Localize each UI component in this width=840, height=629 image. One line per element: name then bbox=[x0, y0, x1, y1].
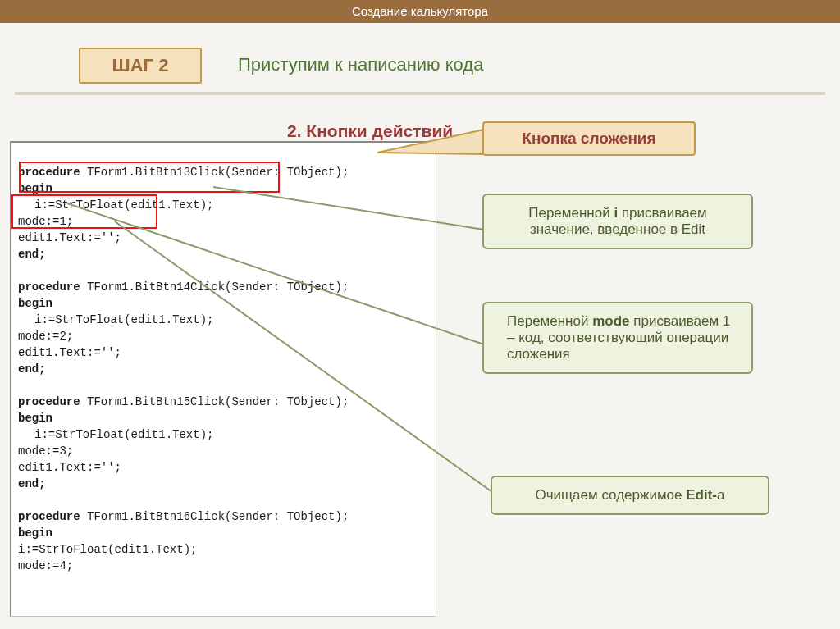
callout-title-text: Кнопка сложения bbox=[522, 130, 655, 147]
callout-mode-var: Переменной mode присваиваем 1 – код, соо… bbox=[482, 302, 753, 374]
code-line: edit1.Text:=''; bbox=[18, 346, 121, 359]
kw-begin: begin bbox=[18, 297, 52, 310]
callout-text: Очищаем содержимое bbox=[536, 487, 687, 503]
code-pane: procedure TForm1.BitBtn13Click(Sender: T… bbox=[10, 141, 436, 617]
kw-procedure: procedure bbox=[18, 395, 80, 408]
code-line: i:=StrToFloat(edit1.Text); bbox=[18, 197, 213, 213]
callout-i-var: Переменной i присваиваем значение, введе… bbox=[482, 194, 753, 249]
code-text: TForm1.BitBtn16Click(Sender: TObject); bbox=[80, 510, 349, 523]
callout-edit-clear: Очищаем содержимое Edit-а bbox=[491, 476, 769, 515]
code-line: edit1.Text:=''; bbox=[18, 231, 121, 244]
kw-end: end; bbox=[18, 477, 46, 490]
kw-procedure: procedure bbox=[18, 166, 80, 179]
code-text: TForm1.BitBtn14Click(Sender: TObject); bbox=[80, 280, 349, 294]
callout-text: а bbox=[717, 487, 724, 503]
title-bar: Создание калькулятора bbox=[0, 0, 840, 23]
kw-begin: begin bbox=[18, 182, 52, 195]
step-badge: ШАГ 2 bbox=[79, 48, 202, 84]
header-rule bbox=[15, 92, 825, 95]
callout-text: Переменной bbox=[507, 313, 592, 329]
code-line: mode:=4; bbox=[18, 559, 73, 572]
kw-end: end; bbox=[18, 248, 46, 261]
header-text: Приступим к написанию кода bbox=[238, 54, 483, 75]
header-row: ШАГ 2 Приступим к написанию кода bbox=[0, 48, 840, 85]
code-line: i:=StrToFloat(edit1.Text); bbox=[18, 543, 197, 556]
callout-text: Переменной bbox=[528, 205, 614, 221]
section-title: 2. Кнопки действий bbox=[287, 121, 453, 141]
code-line: mode:=2; bbox=[18, 330, 73, 343]
code-text: TForm1.BitBtn15Click(Sender: TObject); bbox=[80, 395, 349, 408]
code-line: i:=StrToFloat(edit1.Text); bbox=[18, 426, 213, 443]
code-line: mode:=3; bbox=[18, 444, 73, 458]
kw-procedure: procedure bbox=[18, 280, 80, 294]
code-line: mode:=1; bbox=[18, 215, 73, 228]
callout-bold: mode bbox=[592, 313, 629, 329]
callout-bold: Edit- bbox=[686, 487, 717, 503]
code-line: i:=StrToFloat(edit1.Text); bbox=[18, 312, 213, 328]
kw-procedure: procedure bbox=[18, 510, 80, 523]
code-line: edit1.Text:=''; bbox=[18, 461, 121, 474]
callout-title: Кнопка сложения bbox=[482, 121, 696, 156]
kw-begin: begin bbox=[18, 526, 52, 540]
code-text: TForm1.BitBtn13Click(Sender: TObject); bbox=[80, 166, 349, 179]
kw-end: end; bbox=[18, 362, 46, 376]
kw-begin: begin bbox=[18, 412, 52, 425]
